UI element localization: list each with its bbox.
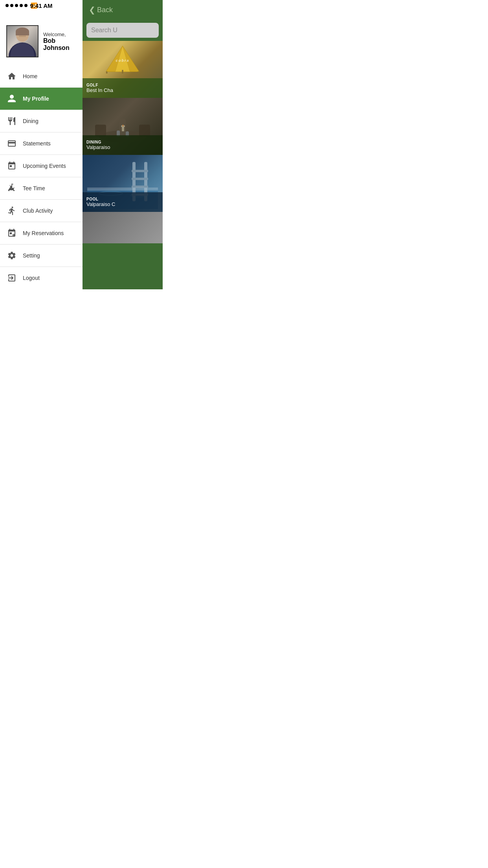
profile-header: Welcome, Bob Johnson <box>0 11 83 65</box>
svg-text:cobra: cobra <box>116 59 130 63</box>
svg-rect-6 <box>122 70 123 74</box>
sidebar: Welcome, Bob Johnson Home My Profile <box>0 0 83 289</box>
svg-rect-11 <box>139 125 150 136</box>
svg-rect-23 <box>132 178 148 180</box>
statements-icon <box>6 138 17 149</box>
reservations-icon <box>6 228 17 239</box>
nav-list: Home My Profile Dining <box>0 65 83 289</box>
sidebar-item-home-label: Home <box>23 73 37 79</box>
sidebar-item-setting-label: Setting <box>23 252 40 259</box>
pool-card-category: POOL <box>86 197 159 201</box>
back-button[interactable]: ❮ Back <box>89 5 113 15</box>
sidebar-item-statements-label: Statements <box>23 140 51 147</box>
status-bar: 📶 <box>0 0 83 11</box>
sidebar-item-club-activity[interactable]: Club Activity <box>0 200 83 222</box>
wifi-icon: 📶 <box>31 2 37 9</box>
logout-icon <box>6 272 17 283</box>
profile-icon <box>6 93 17 104</box>
back-label: Back <box>97 6 113 14</box>
sidebar-item-dining-label: Dining <box>23 118 39 124</box>
golf-card[interactable]: cobra GOLF Best In Cha <box>83 41 163 98</box>
right-panel: ❮ Back Search U cobra <box>83 0 163 289</box>
svg-rect-10 <box>95 125 106 136</box>
search-placeholder: Search U <box>91 27 117 34</box>
dining-card[interactable]: DINING Valparaiso <box>83 98 163 155</box>
signal-dot-1 <box>6 4 9 7</box>
dining-card-category: DINING <box>86 140 159 144</box>
sidebar-item-my-reservations[interactable]: My Reservations <box>0 222 83 245</box>
cards-container: cobra GOLF Best In Cha <box>83 41 163 289</box>
sidebar-item-logout[interactable]: Logout <box>0 267 83 289</box>
dining-card-title: Valparaiso <box>86 144 159 150</box>
welcome-label: Welcome, <box>43 31 76 37</box>
search-bar[interactable]: Search U <box>86 23 159 38</box>
back-chevron-icon: ❮ <box>89 5 95 15</box>
tee-icon <box>6 183 17 194</box>
signal-dot-2 <box>10 4 13 7</box>
last-card[interactable] <box>83 212 163 243</box>
welcome-text: Welcome, Bob Johnson <box>43 31 76 51</box>
sidebar-item-dining[interactable]: Dining <box>0 110 83 132</box>
back-bar: ❮ Back <box>83 0 163 20</box>
settings-icon <box>6 250 17 261</box>
golf-card-title: Best In Cha <box>86 87 159 93</box>
svg-rect-5 <box>138 71 139 74</box>
dining-icon <box>6 116 17 127</box>
sidebar-item-my-profile[interactable]: My Profile <box>0 88 83 110</box>
sidebar-item-my-profile-label: My Profile <box>23 96 49 102</box>
avatar <box>6 25 39 57</box>
sidebar-item-tee-time[interactable]: Tee Time <box>0 177 83 200</box>
home-icon <box>6 71 17 82</box>
sidebar-item-upcoming-events-label: Upcoming Events <box>23 163 66 169</box>
events-icon <box>6 160 17 171</box>
svg-rect-22 <box>132 170 148 172</box>
sidebar-item-home[interactable]: Home <box>0 65 83 88</box>
pool-card-title: Valparaiso C <box>86 201 159 207</box>
svg-rect-0 <box>12 184 12 188</box>
signal-dot-3 <box>15 4 18 7</box>
signal-dot-4 <box>20 4 23 7</box>
signal-dot-5 <box>24 4 28 7</box>
sidebar-item-club-activity-label: Club Activity <box>23 208 53 214</box>
sidebar-item-tee-time-label: Tee Time <box>23 185 45 191</box>
svg-rect-26 <box>87 188 158 191</box>
activity-icon <box>6 205 17 216</box>
user-name: Bob Johnson <box>43 37 76 51</box>
sidebar-item-my-reservations-label: My Reservations <box>23 230 64 236</box>
svg-rect-4 <box>106 71 108 74</box>
svg-rect-16 <box>123 125 123 127</box>
sidebar-item-statements[interactable]: Statements <box>0 132 83 155</box>
sidebar-item-upcoming-events[interactable]: Upcoming Events <box>0 155 83 177</box>
golf-card-category: GOLF <box>86 83 159 87</box>
pool-card[interactable]: POOL Valparaiso C <box>83 155 163 212</box>
sidebar-item-setting[interactable]: Setting <box>0 245 83 267</box>
sidebar-item-logout-label: Logout <box>23 275 40 281</box>
